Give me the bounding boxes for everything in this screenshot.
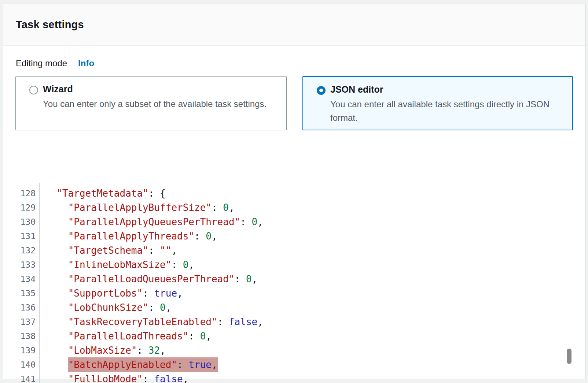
- line-number[interactable]: 137: [3, 315, 40, 329]
- code-line-text[interactable]: "TargetMetadata": {: [40, 186, 166, 201]
- code-line-text[interactable]: "BatchApplyEnabled": true,: [40, 358, 218, 372]
- code-line-text[interactable]: "LobChunkSize": 0,: [40, 301, 171, 315]
- code-line[interactable]: 136 "LobChunkSize": 0,: [3, 301, 586, 315]
- tile-wizard-label: Wizard: [43, 83, 276, 95]
- code-token: :: [188, 331, 200, 342]
- code-token: 0: [252, 216, 258, 227]
- line-number[interactable]: 136: [3, 301, 40, 315]
- code-token: false: [229, 316, 257, 327]
- line-number[interactable]: 133: [3, 258, 40, 272]
- tile-wizard[interactable]: Wizard You can enter only a subset of th…: [15, 76, 287, 130]
- code-line-text[interactable]: "InlineLobMaxSize": 0,: [40, 258, 194, 272]
- tile-json-editor-description: You can enter all available task setting…: [330, 97, 562, 124]
- editing-mode-tiles: Wizard You can enter only a subset of th…: [15, 76, 585, 130]
- line-number[interactable]: 135: [3, 286, 40, 301]
- code-line[interactable]: 132 "TargetSchema": "",: [3, 243, 586, 258]
- line-number[interactable]: 134: [3, 272, 40, 286]
- code-token: false: [154, 373, 183, 383]
- code-line[interactable]: 134 "ParallelLoadQueuesPerThread": 0,: [3, 272, 586, 286]
- line-number[interactable]: 132: [3, 243, 40, 258]
- code-line-text[interactable]: "ParallelApplyThreads": 0,: [40, 229, 217, 243]
- code-token: :: [171, 259, 183, 270]
- line-number[interactable]: 140: [3, 358, 40, 372]
- code-line[interactable]: 128 "TargetMetadata": {: [3, 186, 586, 201]
- code-line-text[interactable]: "ParallelApplyBufferSize": 0,: [40, 201, 235, 215]
- code-token: ,: [212, 359, 217, 370]
- code-token: "ParallelApplyThreads": [68, 231, 194, 242]
- code-line[interactable]: 133 "InlineLobMaxSize": 0,: [3, 258, 586, 272]
- code-line-text[interactable]: "TaskRecoveryTableEnabled": false,: [40, 315, 263, 329]
- code-token: [45, 231, 68, 242]
- code-token: :: [235, 274, 246, 285]
- code-token: 0: [183, 259, 189, 270]
- code-token: "TargetSchema": [68, 245, 148, 256]
- code-token: :: [137, 345, 148, 356]
- code-token: [45, 216, 68, 227]
- code-token: true: [154, 288, 177, 299]
- code-line-text[interactable]: "SupportLobs": true,: [40, 286, 183, 301]
- code-line[interactable]: 141 "FullLobMode": false,: [3, 372, 586, 383]
- code-line[interactable]: 131 "ParallelApplyThreads": 0,: [3, 229, 586, 243]
- code-token: [45, 302, 68, 313]
- code-token: ,: [252, 274, 258, 285]
- code-line-text[interactable]: "LobMaxSize": 32,: [40, 343, 166, 358]
- code-token: [45, 373, 68, 383]
- page-title: Task settings: [16, 19, 84, 31]
- code-token: :: [194, 231, 206, 242]
- code-line-text[interactable]: "ParallelLoadQueuesPerThread": 0,: [40, 272, 257, 286]
- code-line[interactable]: 129 "ParallelApplyBufferSize": 0,: [3, 201, 586, 215]
- code-token: :: [177, 359, 188, 370]
- code-line-text[interactable]: "TargetSchema": "",: [40, 243, 177, 258]
- code-line[interactable]: 135 "SupportLobs": true,: [3, 286, 586, 301]
- code-token: ,: [171, 245, 177, 256]
- code-token: ,: [166, 302, 172, 313]
- code-token: ,: [212, 231, 217, 242]
- code-token: 0: [206, 231, 212, 242]
- radio-unselected-icon[interactable]: [29, 86, 38, 94]
- code-token: 0: [160, 302, 166, 313]
- code-token: :: [143, 373, 154, 383]
- line-number[interactable]: 139: [3, 343, 40, 358]
- code-line[interactable]: 138 "ParallelLoadThreads": 0,: [3, 329, 586, 343]
- code-line[interactable]: 130 "ParallelApplyQueuesPerThread": 0,: [3, 215, 586, 229]
- code-line-text[interactable]: "ParallelLoadThreads": 0,: [40, 329, 212, 343]
- line-number[interactable]: 141: [3, 372, 40, 383]
- info-link[interactable]: Info: [78, 58, 94, 68]
- code-token: [45, 188, 56, 199]
- code-line-text[interactable]: "FullLobMode": false,: [40, 372, 188, 383]
- scrollbar-thumb[interactable]: [567, 349, 572, 364]
- code-token: ,: [229, 202, 235, 213]
- code-token: : {: [148, 188, 166, 199]
- code-token: :: [143, 288, 154, 299]
- radio-selected-icon[interactable]: [317, 86, 326, 95]
- code-token: ,: [188, 259, 194, 270]
- code-line-text[interactable]: "ParallelApplyQueuesPerThread": 0,: [40, 215, 263, 229]
- line-number[interactable]: 138: [3, 329, 40, 343]
- code-line[interactable]: 140 "BatchApplyEnabled": true,: [3, 358, 586, 372]
- code-line[interactable]: 137 "TaskRecoveryTableEnabled": false,: [3, 315, 586, 329]
- line-number[interactable]: 131: [3, 229, 40, 243]
- code-token: "SupportLobs": [68, 288, 143, 299]
- code-token: "LobChunkSize": [68, 302, 148, 313]
- code-lines: 128 "TargetMetadata": {129 "ParallelAppl…: [3, 183, 586, 383]
- code-token: "ParallelLoadThreads": [68, 331, 189, 342]
- tile-wizard-description: You can enter only a subset of the avail…: [43, 97, 276, 111]
- code-token: :: [148, 302, 160, 313]
- line-number[interactable]: 128: [3, 186, 40, 201]
- code-token: [45, 316, 68, 327]
- code-token: [45, 259, 68, 270]
- code-token: 0: [246, 274, 252, 285]
- code-token: [45, 202, 68, 213]
- code-token: "FullLobMode": [68, 373, 143, 383]
- code-line[interactable]: 139 "LobMaxSize": 32,: [3, 343, 586, 358]
- line-number[interactable]: 130: [3, 215, 40, 229]
- line-number[interactable]: 129: [3, 201, 40, 215]
- code-token: "TargetMetadata": [56, 188, 148, 199]
- tile-json-editor[interactable]: JSON editor You can enter all available …: [302, 76, 573, 130]
- code-token: "ParallelApplyBufferSize": [68, 202, 212, 213]
- code-token: "TaskRecoveryTableEnabled": [68, 316, 217, 327]
- code-token: :: [148, 245, 160, 256]
- highlighted-match: "BatchApplyEnabled": true,: [68, 357, 218, 372]
- json-code-editor[interactable]: 128 "TargetMetadata": {129 "ParallelAppl…: [3, 183, 586, 383]
- tile-json-editor-label: JSON editor: [330, 83, 562, 95]
